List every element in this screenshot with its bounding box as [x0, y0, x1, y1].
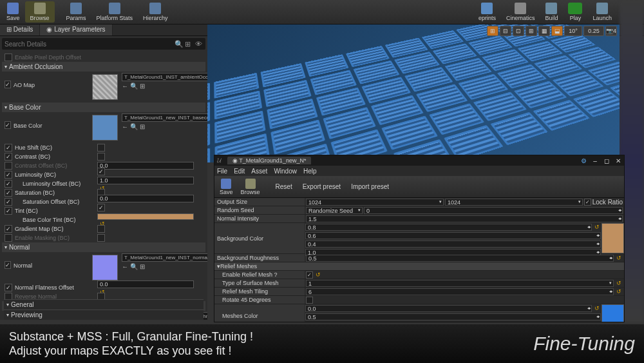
bc-thumbnail[interactable] [92, 115, 118, 141]
randomize-seed-button[interactable]: Randomize Seed [306, 207, 363, 214]
reset-icon[interactable]: ↺ [615, 255, 623, 261]
enable-relief-checkbox[interactable] [306, 271, 313, 279]
tiling-slider[interactable]: 6 [306, 288, 614, 295]
filter-icon[interactable]: ⊞ [185, 40, 193, 48]
w2-save-button[interactable]: Save [216, 177, 237, 197]
tint-color-swatch[interactable] [97, 213, 194, 220]
random-seed-field[interactable]: 0 [364, 207, 623, 214]
contrast-checkbox[interactable] [5, 153, 12, 161]
bc-texture-controls[interactable]: ← 🔍 ⊞ [122, 122, 207, 130]
tab-details[interactable]: ⊞ Details [0, 25, 40, 35]
bc-texture-dropdown[interactable]: T_MetalGround1_new_INST_basecolor [122, 113, 207, 122]
section-base-color[interactable]: Base Color [2, 103, 205, 112]
tint-checkbox[interactable] [5, 207, 12, 215]
launch-button[interactable]: Launch [587, 1, 617, 23]
menu-help[interactable]: Help [303, 168, 317, 175]
platform-stats-button[interactable]: Platform Stats [91, 1, 138, 23]
viewport-mode-icon[interactable]: ⊞ [487, 26, 498, 36]
viewport-icon[interactable]: ⊞ [526, 26, 537, 36]
reset-button[interactable]: Reset [270, 181, 298, 193]
save-button[interactable]: Save [1, 1, 25, 23]
viewport-snap-icon[interactable]: ⊡ [513, 26, 524, 36]
bc-checkbox[interactable] [5, 121, 11, 129]
contrast-value-checkbox[interactable] [97, 153, 105, 161]
mc-g-slider[interactable]: 0.5 [305, 313, 601, 320]
section-normal[interactable]: Normal [2, 242, 205, 252]
minimize-button[interactable]: – [589, 156, 601, 165]
output-height-dropdown[interactable]: 1024 [445, 199, 583, 206]
meshes-color-swatch[interactable] [601, 304, 624, 322]
bg-r-slider[interactable]: 0.8 [305, 224, 592, 231]
luminosity-checkbox[interactable] [5, 171, 12, 179]
normal-checkbox[interactable] [5, 261, 11, 269]
viewport-angle[interactable]: 10° [564, 26, 582, 36]
enable-masking-checkbox[interactable] [5, 234, 12, 242]
luminosity-value-checkbox[interactable] [97, 168, 105, 175]
gradient-map-value-checkbox[interactable] [97, 225, 105, 233]
viewport-icon[interactable]: ⬓ [551, 26, 563, 36]
maximize-button[interactable]: ◻ [601, 156, 612, 165]
reset-icon[interactable]: ↺ [593, 224, 601, 231]
bg-b-slider[interactable]: 0.4 [305, 240, 601, 248]
hue-shift-checkbox[interactable] [5, 144, 12, 152]
menu-edit[interactable]: Edit [234, 168, 245, 175]
ao-texture-dropdown[interactable]: T_MetalGround1_INST_ambientOcclus [122, 73, 207, 81]
import-preset-button[interactable]: Import preset [346, 181, 394, 193]
normal-texture-dropdown[interactable]: T_MetalGround1_new_INST_normal [122, 253, 207, 262]
lock-ratio-checkbox[interactable] [584, 199, 591, 206]
menu-file[interactable]: File [217, 168, 227, 175]
ao-thumbnail[interactable] [92, 74, 118, 100]
surface-type-dropdown[interactable]: 1 [306, 280, 614, 287]
output-width-dropdown[interactable]: 1024 [306, 199, 444, 206]
hierarchy-button[interactable]: Hierarchy [138, 1, 173, 23]
reset-icon[interactable]: ↺ [314, 271, 322, 278]
search-input[interactable] [5, 41, 175, 48]
bg-g-slider[interactable]: 0.6 [305, 232, 601, 239]
section-relief-meshes[interactable]: ▾ Relief Meshes [214, 262, 624, 270]
section-ambient-occlusion[interactable]: Ambient Occlusion [2, 62, 205, 72]
browse-button[interactable]: Browse [25, 1, 55, 23]
section-general[interactable]: General [4, 299, 204, 309]
tint-value-checkbox[interactable] [97, 204, 105, 211]
viewport-speed[interactable]: 0.25 [583, 26, 604, 36]
reset-icon[interactable]: ↺ [593, 305, 601, 312]
search-icon[interactable]: 🔍 [175, 40, 182, 48]
ao-texture-controls[interactable]: ← 🔍 ⊞ [122, 81, 207, 90]
normal-flatness-checkbox[interactable] [5, 284, 12, 291]
mc-r-slider[interactable]: 0.0 [305, 305, 592, 312]
hue-shift-value-checkbox[interactable] [97, 144, 105, 152]
pixel-depth-checkbox[interactable] [5, 54, 12, 61]
window-title-tab[interactable]: ◉ T_MetalGround1_new_N* [227, 157, 311, 164]
ao-map-checkbox[interactable] [5, 81, 11, 88]
saturation-offset-checkbox[interactable] [5, 198, 12, 206]
saturation-offset-spinner[interactable]: 0.0 [97, 195, 194, 202]
rotate45-checkbox[interactable] [306, 297, 313, 304]
background-roughness-slider[interactable]: 0.5 [306, 255, 614, 262]
reset-icon[interactable]: ↺ [615, 280, 623, 286]
build-button[interactable]: Build [540, 1, 563, 23]
params-button[interactable]: Params [61, 1, 91, 23]
saturation-checkbox[interactable] [5, 189, 12, 197]
tab-layer-parameters[interactable]: ◉ Layer Parameters [40, 25, 112, 35]
normal-thumbnail[interactable] [92, 255, 118, 280]
viewport-icon[interactable]: ▦ [538, 26, 550, 36]
luminosity-offset-spinner[interactable]: 1.0 [97, 177, 194, 184]
settings-icon[interactable]: ⚙ [578, 156, 589, 165]
luminosity-offset-checkbox[interactable] [5, 180, 12, 188]
viewport-camera[interactable]: 📷4 [605, 26, 617, 36]
normal-flatness-spinner[interactable]: 0.0 [97, 280, 194, 288]
cinematics-button[interactable]: Cinematics [501, 1, 540, 23]
normal-texture-controls[interactable]: ← 🔍 ⊞ [122, 262, 207, 270]
eye-icon[interactable]: 👁 [195, 40, 203, 48]
gradient-map-checkbox[interactable] [5, 225, 12, 233]
viewport-grid-icon[interactable]: ⊟ [500, 26, 511, 36]
contrast-offset-checkbox[interactable] [5, 162, 12, 170]
window-titlebar[interactable]: 𝓤 ◉ T_MetalGround1_new_N* ⚙ – ◻ ✕ [214, 155, 624, 166]
blueprints-button[interactable]: eprints [473, 1, 501, 23]
section-previewing[interactable]: Previewing [4, 309, 204, 320]
w2-browse-button[interactable]: Browse [237, 177, 264, 197]
close-button[interactable]: ✕ [612, 156, 624, 165]
normal-intensity-slider[interactable]: 1.5 [306, 215, 623, 222]
play-button[interactable]: Play [563, 1, 587, 23]
menu-asset[interactable]: Asset [251, 168, 267, 175]
